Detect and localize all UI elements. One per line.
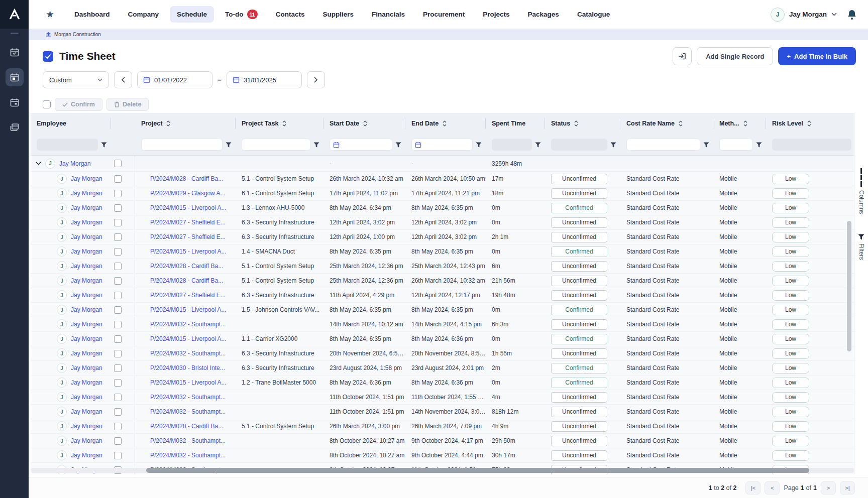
filter-funnel-icon[interactable] [610, 142, 616, 148]
project-link[interactable]: P/2024/M027 - Sheffield E... [150, 219, 226, 226]
filters-panel-tab[interactable]: Filters [858, 234, 865, 260]
status-badge[interactable]: Unconfirmed [551, 276, 607, 286]
nav-item-suppliers[interactable]: Suppliers [315, 6, 361, 23]
delete-button[interactable]: Delete [106, 98, 149, 111]
project-link[interactable]: P/2024/M015 - Liverpool A... [150, 379, 226, 386]
project-link[interactable]: P/2024/M032 - Southampt... [150, 350, 226, 357]
employee-link[interactable]: Jay Morgan [71, 350, 102, 357]
app-logo[interactable] [0, 0, 29, 29]
add-single-record-button[interactable]: Add Single Record [697, 47, 773, 65]
column-header-status[interactable]: Status [545, 113, 620, 134]
column-header-meth-[interactable]: Meth... [713, 113, 766, 134]
previous-page-button[interactable]: < [765, 481, 780, 494]
row-checkbox[interactable] [114, 204, 122, 212]
employee-link[interactable]: Jay Morgan [71, 437, 102, 444]
employee-link[interactable]: Jay Morgan [71, 263, 102, 270]
employee-link[interactable]: Jay Morgan [71, 379, 102, 386]
sidebar-item-timesheet-confirm[interactable] [6, 43, 24, 61]
date-filter-input[interactable] [411, 139, 473, 151]
sidebar-item-schedule-view[interactable] [6, 93, 24, 111]
employee-link[interactable]: Jay Morgan [71, 233, 102, 240]
row-checkbox[interactable] [114, 263, 122, 270]
status-badge[interactable]: Unconfirmed [551, 174, 607, 184]
project-link[interactable]: P/2024/M032 - Southampt... [150, 437, 226, 444]
add-time-in-bulk-button[interactable]: +Add Time in Bulk [778, 47, 856, 65]
collapse-group-icon[interactable] [36, 162, 41, 165]
project-link[interactable]: P/2024/M015 - Liverpool A... [150, 204, 226, 211]
nav-item-procurement[interactable]: Procurement [416, 6, 472, 23]
user-menu[interactable]: J Jay Morgan [771, 8, 837, 22]
filter-input[interactable] [719, 139, 753, 151]
employee-link[interactable]: Jay Morgan [71, 364, 102, 371]
row-checkbox[interactable] [114, 306, 122, 314]
sort-icon[interactable] [743, 120, 747, 127]
employee-link[interactable]: Jay Morgan [71, 321, 102, 328]
row-checkbox[interactable] [114, 190, 122, 197]
previous-period-button[interactable] [114, 71, 132, 88]
filter-funnel-icon[interactable] [395, 142, 401, 148]
status-badge[interactable]: Unconfirmed [551, 188, 607, 199]
nav-item-company[interactable]: Company [121, 6, 166, 23]
employee-link[interactable]: Jay Morgan [71, 190, 102, 197]
filter-funnel-icon[interactable] [101, 142, 107, 148]
status-badge[interactable]: Confirmed [551, 203, 607, 213]
status-badge[interactable]: Unconfirmed [551, 407, 607, 417]
status-badge[interactable]: Unconfirmed [551, 436, 607, 446]
project-link[interactable]: P/2024/M028 - Cardiff Ba... [150, 263, 223, 270]
row-checkbox[interactable] [114, 394, 122, 401]
project-link[interactable]: P/2024/M028 - Cardiff Ba... [150, 277, 223, 284]
column-header-risk-level[interactable]: Risk Level [766, 113, 857, 134]
status-badge[interactable]: Unconfirmed [551, 421, 607, 432]
nav-item-financials[interactable]: Financials [365, 6, 412, 23]
row-checkbox[interactable] [114, 408, 122, 416]
project-link[interactable]: P/2024/M027 - Sheffield E... [150, 233, 226, 240]
status-badge[interactable]: Unconfirmed [551, 319, 607, 330]
group-checkbox[interactable] [114, 160, 122, 167]
row-checkbox[interactable] [114, 219, 122, 226]
group-employee-link[interactable]: Jay Morgan [59, 160, 91, 167]
employee-link[interactable]: Jay Morgan [71, 248, 102, 255]
project-link[interactable]: P/2024/M032 - Southampt... [150, 408, 226, 415]
filter-funnel-icon[interactable] [535, 142, 541, 148]
sort-icon[interactable] [363, 120, 367, 127]
filter-input[interactable] [626, 139, 700, 151]
horizontal-scrollbar-track[interactable] [31, 468, 854, 473]
date-from-input[interactable]: 01/01/2022 [137, 71, 212, 88]
project-link[interactable]: P/2024/M032 - Southampt... [150, 321, 226, 328]
first-page-button[interactable]: |< [745, 481, 761, 494]
next-period-button[interactable] [307, 71, 325, 88]
row-checkbox[interactable] [114, 248, 122, 256]
vertical-scrollbar-thumb[interactable] [847, 221, 851, 351]
column-header-end-date[interactable]: End Date [405, 113, 486, 134]
row-checkbox[interactable] [114, 423, 122, 430]
last-page-button[interactable]: >| [840, 481, 855, 494]
project-link[interactable]: P/2024/M032 - Southampt... [150, 452, 226, 459]
employee-link[interactable]: Jay Morgan [71, 219, 102, 226]
nav-item-to-do[interactable]: To-do11 [218, 5, 265, 24]
nav-item-projects[interactable]: Projects [476, 6, 516, 23]
status-badge[interactable]: Confirmed [551, 305, 607, 315]
date-filter-input[interactable] [330, 139, 392, 151]
status-badge[interactable]: Unconfirmed [551, 217, 607, 228]
sidebar-item-timesheet[interactable] [6, 68, 24, 86]
row-checkbox[interactable] [114, 452, 122, 459]
favorites-star-icon[interactable]: ★ [46, 9, 54, 20]
date-range-preset-select[interactable]: Custom [43, 71, 109, 88]
filter-funnel-icon[interactable] [476, 142, 482, 148]
filter-funnel-icon[interactable] [756, 142, 762, 148]
status-badge[interactable]: Confirmed [551, 363, 607, 374]
status-badge[interactable]: Unconfirmed [551, 261, 607, 272]
employee-link[interactable]: Jay Morgan [71, 277, 102, 284]
employee-link[interactable]: Jay Morgan [71, 452, 102, 459]
row-checkbox[interactable] [114, 379, 122, 387]
sort-icon[interactable] [574, 120, 578, 127]
employee-link[interactable]: Jay Morgan [71, 423, 102, 430]
employee-link[interactable]: Jay Morgan [71, 292, 102, 299]
nav-item-dashboard[interactable]: Dashboard [67, 6, 117, 23]
project-link[interactable]: P/2024/M032 - Southampt... [150, 394, 226, 401]
status-badge[interactable]: Confirmed [551, 334, 607, 344]
nav-item-contacts[interactable]: Contacts [269, 6, 312, 23]
date-to-input[interactable]: 31/01/2025 [227, 71, 302, 88]
select-all-checkbox[interactable] [43, 100, 51, 108]
project-link[interactable]: P/2024/M015 - Liverpool A... [150, 248, 226, 255]
